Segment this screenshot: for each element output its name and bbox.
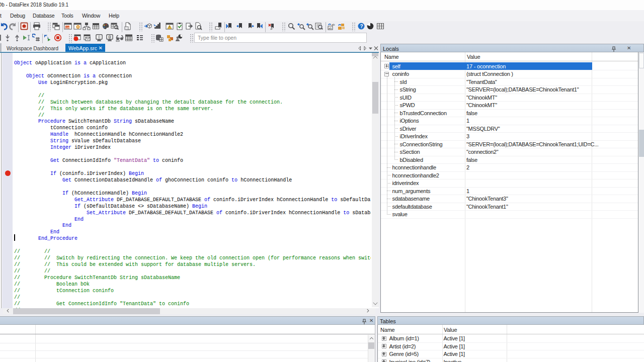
svg-text:DF: DF [66,26,70,29]
svg-text:ab: ab [332,23,335,26]
svg-text:R: R [109,36,111,39]
svg-text:ab: ab [329,27,332,30]
svg-text:?: ? [360,24,363,29]
